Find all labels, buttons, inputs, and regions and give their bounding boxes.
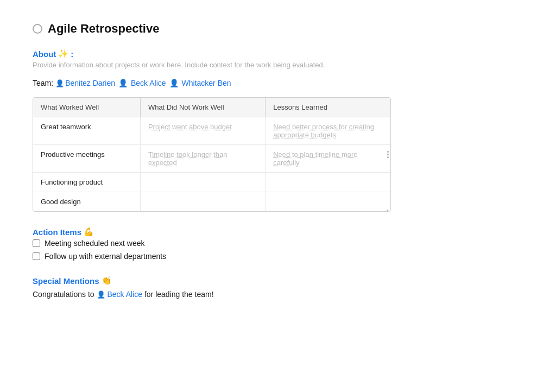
table-row: Functioning product (33, 173, 390, 192)
page-title: Agile Retrospective (48, 22, 159, 36)
about-label: About (33, 49, 56, 59)
action-item-2-text: Follow up with external departments (45, 252, 166, 261)
congrats-person-icon: 👤 (97, 290, 105, 299)
table-resize-handle-bottom[interactable] (385, 206, 390, 211)
team-label: Team: (33, 79, 53, 87)
circle-icon (33, 24, 42, 34)
cell-not-work-well-1[interactable]: Project went above budget (140, 117, 265, 145)
special-mentions-heading: Special Mentions 👏 (33, 276, 523, 286)
team-row: Team: 👤 Benitez Darien 👤 Beck Alice 👤 Wh… (33, 79, 523, 87)
table-resize-handle-right[interactable] (385, 148, 390, 161)
congrats-person-link[interactable]: Beck Alice (107, 290, 142, 299)
congrats-after: for leading the team! (144, 290, 214, 299)
action-items-label: Action Items (33, 227, 81, 237)
cell-worked-well-4[interactable]: Good design (33, 192, 140, 212)
retrospective-table-wrapper: What Worked Well What Did Not Work Well … (33, 97, 391, 212)
action-items-section: Action Items 💪 Meeting scheduled next we… (33, 227, 523, 261)
team-member-2[interactable]: Beck Alice (131, 79, 166, 87)
special-mentions-label: Special Mentions (33, 276, 99, 286)
cell-lessons-1[interactable]: Need better process for creating appropr… (266, 117, 390, 145)
congrats-text: Congratulations to 👤 Beck Alice for lead… (33, 290, 523, 299)
cell-not-work-well-4[interactable] (140, 192, 265, 212)
team-separator-1: 👤 (118, 79, 128, 87)
cell-lessons-2[interactable]: Need to plan timeline more carefully (266, 145, 390, 173)
action-item-1-text: Meeting scheduled next week (45, 239, 144, 248)
cell-worked-well-1[interactable]: Great teamwork (33, 117, 140, 145)
table-row: Great teamwork Project went above budget… (33, 117, 390, 145)
table-row: Good design (33, 192, 390, 212)
about-colon: : (71, 49, 73, 59)
about-emoji: ✨ (58, 49, 68, 59)
cell-lessons-3[interactable] (266, 173, 390, 192)
retrospective-table: What Worked Well What Did Not Work Well … (33, 98, 390, 211)
special-mentions-section: Special Mentions 👏 Congratulations to 👤 … (33, 276, 523, 299)
table-header-row: What Worked Well What Did Not Work Well … (33, 98, 390, 117)
action-items-heading: Action Items 💪 (33, 227, 523, 237)
col-header-not-work-well: What Did Not Work Well (140, 98, 265, 117)
team-member-1-name: Benitez Darien (65, 79, 115, 87)
cell-not-work-well-3[interactable] (140, 173, 265, 192)
cell-lessons-4[interactable] (266, 192, 390, 212)
cell-not-work-well-2[interactable]: Timeline took longer than expected (140, 145, 265, 173)
team-member-3-name: Whitacker Ben (182, 79, 231, 87)
table-row: Productive meetings Timeline took longer… (33, 145, 390, 173)
team-member-2-name: Beck Alice (131, 79, 166, 87)
action-item-1: Meeting scheduled next week (33, 239, 523, 248)
action-items-emoji: 💪 (84, 227, 94, 237)
page-title-row: Agile Retrospective (33, 22, 523, 36)
col-header-lessons-learned: Lessons Learned (266, 98, 390, 117)
team-member-3[interactable]: Whitacker Ben (182, 79, 231, 87)
about-subtitle: Provide information about projects or wo… (33, 61, 523, 69)
checkbox-1[interactable] (33, 239, 40, 247)
checkbox-2[interactable] (33, 252, 40, 260)
congrats-before: Congratulations to (33, 290, 94, 299)
special-mentions-emoji: 👏 (102, 276, 112, 286)
team-member-1[interactable]: 👤 Benitez Darien (55, 79, 115, 87)
action-item-2: Follow up with external departments (33, 252, 523, 261)
about-heading: About ✨ : (33, 49, 523, 59)
team-separator-2: 👤 (169, 79, 179, 87)
cell-worked-well-2[interactable]: Productive meetings (33, 145, 140, 173)
person-icon-1: 👤 (55, 79, 64, 87)
col-header-worked-well: What Worked Well (33, 98, 140, 117)
about-section: About ✨ : Provide information about proj… (33, 49, 523, 69)
cell-worked-well-3[interactable]: Functioning product (33, 173, 140, 192)
